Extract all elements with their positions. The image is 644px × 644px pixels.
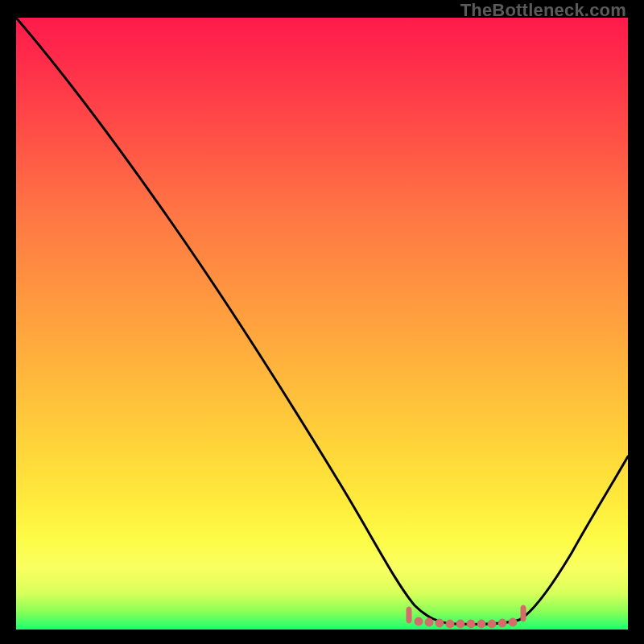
svg-point-6 <box>467 620 475 628</box>
svg-point-4 <box>446 620 454 628</box>
svg-point-8 <box>488 620 496 628</box>
bottleneck-curve <box>16 18 628 624</box>
svg-point-1 <box>415 617 423 625</box>
svg-point-9 <box>498 619 506 627</box>
plot-area <box>16 18 628 630</box>
watermark-text: TheBottleneck.com <box>460 0 626 21</box>
svg-rect-0 <box>407 607 411 623</box>
svg-point-7 <box>477 620 485 628</box>
svg-point-2 <box>425 618 433 626</box>
svg-point-3 <box>436 619 444 627</box>
svg-point-5 <box>456 620 464 628</box>
svg-rect-11 <box>521 605 526 621</box>
chart-frame <box>16 18 628 630</box>
svg-point-10 <box>509 618 517 626</box>
curve-svg <box>16 18 628 630</box>
